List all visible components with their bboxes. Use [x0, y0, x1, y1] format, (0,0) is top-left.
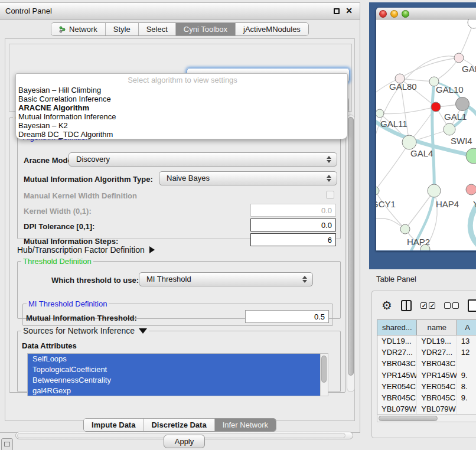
deselect-all-checkboxes-icon[interactable]	[444, 302, 459, 309]
table-horizontal-scrollbar[interactable]	[377, 414, 476, 422]
tab-infer-network[interactable]: Infer Network	[215, 419, 276, 431]
table-row[interactable]: YBR045C YBR045C 9.	[377, 392, 476, 403]
node-label: GAL4	[410, 148, 433, 158]
select-all-checkboxes-icon[interactable]: ✓ ✓	[420, 302, 435, 309]
column-header-clipped[interactable]: A	[457, 320, 476, 335]
collapsed-arrow-icon[interactable]	[149, 246, 155, 253]
cell[interactable]: YER054C	[377, 381, 417, 392]
cell[interactable]	[457, 358, 476, 369]
threshold-definition-title: Threshold Definition	[21, 257, 93, 266]
cell[interactable]: YDL19...	[377, 335, 417, 347]
aracne-mode-combobox[interactable]: Discovery	[69, 152, 337, 167]
cell[interactable]: 9.	[457, 392, 476, 403]
table-row[interactable]: YER054C YER054C 8.	[377, 381, 476, 392]
mi-type-combobox[interactable]: Naive Bayes	[159, 171, 337, 185]
table-row[interactable]: YBR043C YBR043C	[377, 358, 476, 369]
network-node-hap4[interactable]	[428, 184, 441, 197]
manual-kernel-checkbox[interactable]	[326, 191, 334, 199]
network-node-hap2[interactable]	[400, 224, 410, 234]
table-row[interactable]: YPR145W YPR145W 9.	[377, 370, 476, 381]
document-icon[interactable]	[468, 299, 476, 312]
network-node[interactable]	[454, 53, 464, 63]
cell[interactable]: YDR27...	[377, 347, 417, 358]
mi-steps-field[interactable]: 6	[250, 233, 336, 246]
cell[interactable]: 13	[457, 335, 476, 347]
network-node-gcy1[interactable]	[376, 187, 379, 195]
tab-jactivemnodules[interactable]: jActiveMNodules	[236, 23, 308, 35]
network-node-gal4[interactable]	[402, 135, 416, 149]
tab-discretize-data[interactable]: Discretize Data	[144, 419, 214, 431]
algorithm-option-selected[interactable]: ARACNE Algorithm	[18, 103, 347, 112]
cell[interactable]: 8.	[457, 381, 476, 392]
scrollbar-thumb[interactable]	[321, 356, 327, 383]
algorithm-option[interactable]: Basic Correlation Inference	[18, 94, 347, 103]
settings-vertical-scrollbar[interactable]	[347, 115, 355, 392]
cell[interactable]: YBR043C	[377, 358, 417, 369]
list-item[interactable]: SelfLoops	[28, 354, 320, 364]
minimized-panel-icon[interactable]	[1, 438, 13, 450]
table-row[interactable]: YDR27... YDR27... 12	[377, 347, 476, 358]
float-window-icon[interactable]	[334, 8, 340, 14]
scrollbar-thumb[interactable]	[379, 416, 438, 421]
algorithm-option[interactable]: Bayesian – K2	[18, 121, 347, 130]
network-node-swi4[interactable]	[466, 148, 476, 164]
mi-threshold-definition-title: MI Threshold Definition	[27, 299, 109, 308]
cell[interactable]: YPR145W	[417, 370, 457, 381]
cell[interactable]: YBL079W	[377, 403, 417, 414]
data-attributes-list[interactable]: SelfLoops TopologicalCoefficient Between…	[27, 353, 328, 396]
zoom-traffic-light-icon[interactable]	[402, 10, 409, 18]
close-traffic-light-icon[interactable]	[379, 10, 387, 18]
cell[interactable]: 9.	[457, 370, 476, 381]
list-item[interactable]: TopologicalCoefficient	[28, 364, 320, 375]
network-node-salmon[interactable]	[466, 184, 476, 195]
network-node[interactable]	[468, 19, 476, 28]
table-row[interactable]: YDL19... YDL19... 13	[377, 335, 476, 347]
cell[interactable]: YBR043C	[417, 358, 457, 369]
cell[interactable]: YDR27...	[417, 347, 457, 358]
column-header-name[interactable]: name	[417, 320, 457, 335]
network-canvas[interactable]: GAL GAL80 GAL10 GAL1 GAL11 GAL4 SWI4 GCY…	[376, 19, 476, 250]
tab-cyni-toolbox[interactable]: Cyni Toolbox	[176, 23, 236, 35]
tab-impute-data[interactable]: Impute Data	[84, 419, 144, 431]
tab-network[interactable]: Network	[51, 23, 106, 35]
network-node-gal11[interactable]	[376, 109, 384, 118]
scrollbar-thumb[interactable]	[348, 117, 354, 376]
tab-style[interactable]: Style	[106, 23, 139, 35]
table-row[interactable]: YBL079W YBL079W	[377, 403, 476, 414]
network-window[interactable]: GAL GAL80 GAL10 GAL1 GAL11 GAL4 SWI4 GCY…	[376, 8, 476, 251]
sources-title-row[interactable]: Sources for Network Inference	[21, 326, 149, 335]
algorithm-option[interactable]: Dream8 DC_TDC Algorithm	[18, 130, 347, 139]
control-panel-titlebar[interactable]: Control Panel ✕	[0, 3, 360, 19]
list-item[interactable]: gal4RGexp	[28, 386, 320, 396]
list-vertical-scrollbar[interactable]	[320, 354, 328, 396]
cell[interactable]	[457, 403, 476, 414]
minimize-traffic-light-icon[interactable]	[390, 10, 398, 18]
apply-button[interactable]: Apply	[164, 435, 205, 448]
network-node-gal1[interactable]	[444, 123, 455, 135]
cell[interactable]: YER054C	[417, 381, 457, 392]
cell[interactable]: YBR045C	[417, 392, 457, 403]
which-threshold-combobox[interactable]: MI Threshold	[139, 272, 313, 286]
network-nodes[interactable]	[376, 19, 476, 250]
cell[interactable]: YBL079W	[417, 403, 457, 414]
expanded-arrow-icon[interactable]	[139, 328, 147, 334]
algorithm-option[interactable]: Bayesian – Hill Climbing	[18, 86, 347, 94]
mi-threshold-field[interactable]: 0.5	[245, 310, 329, 323]
columns-icon[interactable]	[401, 300, 412, 311]
hub-definition-expander[interactable]: Hub/Transcription Factor Definition	[17, 245, 155, 255]
tab-select[interactable]: Select	[139, 23, 176, 35]
network-node-red[interactable]	[431, 102, 441, 112]
network-node-gray[interactable]	[456, 97, 470, 111]
gear-icon[interactable]: ⚙	[382, 299, 392, 311]
cell[interactable]: YPR145W	[377, 370, 417, 381]
cell[interactable]: 12	[457, 347, 476, 358]
cell[interactable]: YBR045C	[377, 392, 417, 403]
list-item[interactable]: BetweennessCentrality	[28, 375, 320, 386]
kernel-width-field[interactable]: 0.0	[250, 204, 336, 217]
dpi-tolerance-field[interactable]: 0.0	[250, 219, 336, 231]
column-header-shared-name[interactable]: shared...	[377, 320, 417, 335]
network-window-titlebar[interactable]	[376, 8, 476, 19]
algorithm-option[interactable]: Mutual Information Inference	[18, 112, 347, 121]
cell[interactable]: YDL19...	[417, 335, 457, 347]
close-icon[interactable]: ✕	[345, 6, 353, 15]
